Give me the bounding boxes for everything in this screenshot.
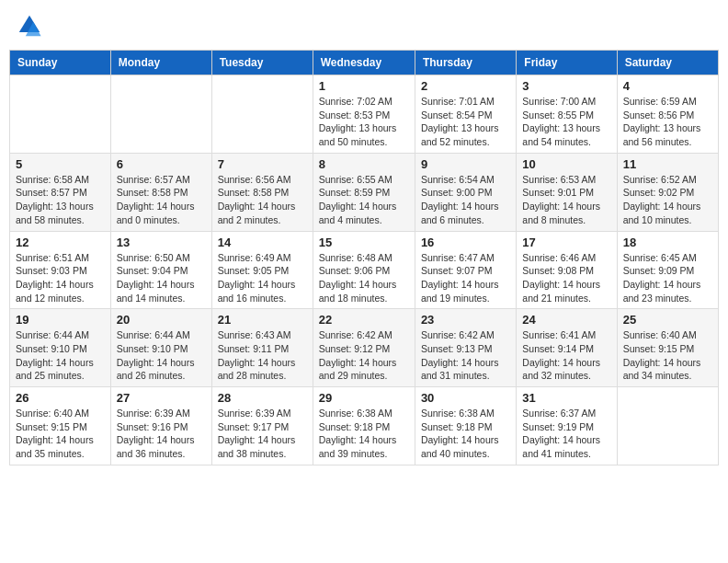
day-info: Sunrise: 6:38 AMSunset: 9:18 PMDaylight:… — [319, 407, 409, 461]
calendar-cell: 4Sunrise: 6:59 AMSunset: 8:56 PMDaylight… — [617, 75, 718, 154]
day-number: 27 — [117, 391, 206, 405]
day-info: Sunrise: 6:53 AMSunset: 9:01 PMDaylight:… — [522, 173, 610, 227]
weekday-header: Thursday — [415, 51, 516, 75]
day-number: 13 — [117, 236, 206, 249]
day-info: Sunrise: 6:49 AMSunset: 9:05 PMDaylight:… — [218, 251, 307, 305]
day-number: 25 — [623, 313, 712, 327]
day-number: 24 — [522, 313, 610, 327]
day-info: Sunrise: 7:00 AMSunset: 8:55 PMDaylight:… — [522, 95, 610, 149]
weekday-header: Friday — [517, 51, 617, 75]
weekday-header-row: SundayMondayTuesdayWednesdayThursdayFrid… — [10, 51, 719, 75]
calendar-cell — [110, 75, 211, 154]
day-number: 3 — [522, 79, 610, 93]
logo — [17, 13, 46, 39]
day-info: Sunrise: 7:02 AMSunset: 8:53 PMDaylight:… — [319, 95, 409, 149]
calendar-cell: 17Sunrise: 6:46 AMSunset: 9:08 PMDayligh… — [517, 231, 617, 309]
day-info: Sunrise: 6:50 AMSunset: 9:04 PMDaylight:… — [117, 251, 206, 305]
day-number: 6 — [117, 157, 206, 171]
day-info: Sunrise: 6:54 AMSunset: 9:00 PMDaylight:… — [421, 173, 510, 227]
day-info: Sunrise: 6:40 AMSunset: 9:15 PMDaylight:… — [16, 407, 105, 461]
logo-icon — [17, 13, 42, 39]
calendar-cell: 29Sunrise: 6:38 AMSunset: 9:18 PMDayligh… — [313, 387, 415, 465]
day-info: Sunrise: 6:44 AMSunset: 9:10 PMDaylight:… — [16, 328, 105, 383]
calendar-cell: 6Sunrise: 6:57 AMSunset: 8:58 PMDaylight… — [110, 153, 211, 231]
calendar-cell: 26Sunrise: 6:40 AMSunset: 9:15 PMDayligh… — [10, 387, 111, 465]
calendar-week-row: 5Sunrise: 6:58 AMSunset: 8:57 PMDaylight… — [10, 153, 719, 231]
day-number: 16 — [421, 236, 510, 249]
day-number: 23 — [421, 313, 510, 327]
day-info: Sunrise: 6:57 AMSunset: 8:58 PMDaylight:… — [117, 173, 206, 227]
day-info: Sunrise: 6:42 AMSunset: 9:13 PMDaylight:… — [421, 328, 510, 383]
calendar-cell: 25Sunrise: 6:40 AMSunset: 9:15 PMDayligh… — [617, 309, 718, 387]
day-info: Sunrise: 6:48 AMSunset: 9:06 PMDaylight:… — [319, 251, 409, 305]
day-number: 5 — [16, 157, 105, 171]
calendar-cell: 7Sunrise: 6:56 AMSunset: 8:58 PMDaylight… — [211, 153, 313, 231]
calendar-table: SundayMondayTuesdayWednesdayThursdayFrid… — [9, 50, 719, 465]
weekday-header: Wednesday — [313, 51, 415, 75]
calendar-cell: 24Sunrise: 6:41 AMSunset: 9:14 PMDayligh… — [517, 309, 617, 387]
calendar-cell: 10Sunrise: 6:53 AMSunset: 9:01 PMDayligh… — [517, 153, 617, 231]
day-number: 20 — [117, 313, 206, 327]
day-number: 8 — [319, 157, 409, 171]
day-number: 15 — [319, 236, 409, 249]
day-number: 22 — [319, 313, 409, 327]
calendar-cell: 5Sunrise: 6:58 AMSunset: 8:57 PMDaylight… — [10, 153, 111, 231]
calendar-cell: 8Sunrise: 6:55 AMSunset: 8:59 PMDaylight… — [313, 153, 415, 231]
day-info: Sunrise: 6:39 AMSunset: 9:16 PMDaylight:… — [117, 407, 206, 461]
day-info: Sunrise: 6:38 AMSunset: 9:18 PMDaylight:… — [421, 407, 510, 461]
day-number: 14 — [218, 236, 307, 249]
day-info: Sunrise: 6:45 AMSunset: 9:09 PMDaylight:… — [623, 251, 712, 305]
calendar-cell — [10, 75, 111, 154]
day-info: Sunrise: 6:43 AMSunset: 9:11 PMDaylight:… — [218, 328, 307, 383]
day-number: 21 — [218, 313, 307, 327]
weekday-header: Tuesday — [211, 51, 313, 75]
day-number: 9 — [421, 157, 510, 171]
day-number: 28 — [218, 391, 307, 405]
calendar-week-row: 26Sunrise: 6:40 AMSunset: 9:15 PMDayligh… — [10, 387, 719, 465]
day-number: 1 — [319, 79, 409, 93]
day-info: Sunrise: 6:39 AMSunset: 9:17 PMDaylight:… — [218, 407, 307, 461]
calendar-cell: 21Sunrise: 6:43 AMSunset: 9:11 PMDayligh… — [211, 309, 313, 387]
calendar-cell: 9Sunrise: 6:54 AMSunset: 9:00 PMDaylight… — [415, 153, 516, 231]
day-info: Sunrise: 7:01 AMSunset: 8:54 PMDaylight:… — [421, 95, 510, 149]
calendar-cell: 20Sunrise: 6:44 AMSunset: 9:10 PMDayligh… — [110, 309, 211, 387]
calendar-cell: 19Sunrise: 6:44 AMSunset: 9:10 PMDayligh… — [10, 309, 111, 387]
day-number: 2 — [421, 79, 510, 93]
day-number: 30 — [421, 391, 510, 405]
day-number: 31 — [522, 391, 610, 405]
calendar-cell: 22Sunrise: 6:42 AMSunset: 9:12 PMDayligh… — [313, 309, 415, 387]
calendar-cell: 16Sunrise: 6:47 AMSunset: 9:07 PMDayligh… — [415, 231, 516, 309]
calendar-cell: 27Sunrise: 6:39 AMSunset: 9:16 PMDayligh… — [110, 387, 211, 465]
calendar-week-row: 12Sunrise: 6:51 AMSunset: 9:03 PMDayligh… — [10, 231, 719, 309]
day-info: Sunrise: 6:51 AMSunset: 9:03 PMDaylight:… — [16, 251, 105, 305]
calendar-cell: 18Sunrise: 6:45 AMSunset: 9:09 PMDayligh… — [617, 231, 718, 309]
page-header — [9, 9, 719, 42]
day-number: 4 — [623, 79, 712, 93]
day-info: Sunrise: 6:41 AMSunset: 9:14 PMDaylight:… — [522, 328, 610, 383]
day-number: 19 — [16, 313, 105, 327]
day-info: Sunrise: 6:56 AMSunset: 8:58 PMDaylight:… — [218, 173, 307, 227]
day-info: Sunrise: 6:52 AMSunset: 9:02 PMDaylight:… — [623, 173, 712, 227]
calendar-cell: 23Sunrise: 6:42 AMSunset: 9:13 PMDayligh… — [415, 309, 516, 387]
calendar-cell — [617, 387, 718, 465]
calendar-cell: 1Sunrise: 7:02 AMSunset: 8:53 PMDaylight… — [313, 75, 415, 154]
calendar-cell: 13Sunrise: 6:50 AMSunset: 9:04 PMDayligh… — [110, 231, 211, 309]
day-info: Sunrise: 6:37 AMSunset: 9:19 PMDaylight:… — [522, 407, 610, 461]
calendar-cell: 31Sunrise: 6:37 AMSunset: 9:19 PMDayligh… — [517, 387, 617, 465]
day-info: Sunrise: 6:55 AMSunset: 8:59 PMDaylight:… — [319, 173, 409, 227]
calendar-cell: 14Sunrise: 6:49 AMSunset: 9:05 PMDayligh… — [211, 231, 313, 309]
day-number: 26 — [16, 391, 105, 405]
day-info: Sunrise: 6:58 AMSunset: 8:57 PMDaylight:… — [16, 173, 105, 227]
day-info: Sunrise: 6:47 AMSunset: 9:07 PMDaylight:… — [421, 251, 510, 305]
weekday-header: Saturday — [617, 51, 718, 75]
calendar-cell: 2Sunrise: 7:01 AMSunset: 8:54 PMDaylight… — [415, 75, 516, 154]
calendar-week-row: 1Sunrise: 7:02 AMSunset: 8:53 PMDaylight… — [10, 75, 719, 154]
day-number: 10 — [522, 157, 610, 171]
calendar-cell: 11Sunrise: 6:52 AMSunset: 9:02 PMDayligh… — [617, 153, 718, 231]
day-number: 17 — [522, 236, 610, 249]
day-number: 12 — [16, 236, 105, 249]
calendar-cell: 28Sunrise: 6:39 AMSunset: 9:17 PMDayligh… — [211, 387, 313, 465]
weekday-header: Sunday — [10, 51, 111, 75]
day-info: Sunrise: 6:59 AMSunset: 8:56 PMDaylight:… — [623, 95, 712, 149]
day-number: 18 — [623, 236, 712, 249]
